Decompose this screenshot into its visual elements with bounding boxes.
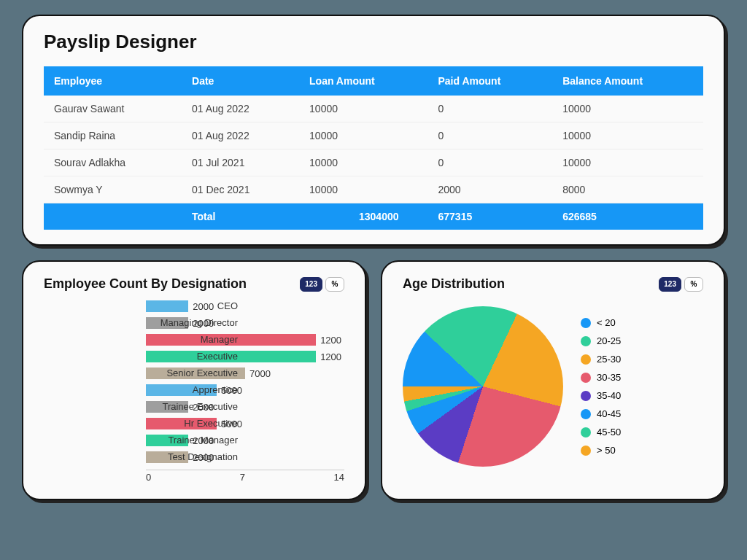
age-distribution-card: Age Distribution 123 % < 2020-2525-3030-… — [381, 260, 725, 500]
cell-date: 01 Aug 2022 — [182, 122, 299, 149]
pie-chart-title: Age Distribution — [403, 276, 505, 292]
pie-toggle-group: 123 % — [659, 277, 703, 292]
th-loan: Loan Amount — [299, 66, 427, 96]
pie-percent-toggle[interactable]: % — [684, 277, 703, 292]
bar-row: Trainer Manager2000 — [146, 433, 344, 448]
th-paid: Paid Amount — [428, 66, 553, 96]
legend-label: 20-25 — [597, 335, 621, 346]
bar-toggle-group: 123 % — [300, 277, 344, 292]
legend-item: 30-35 — [581, 372, 621, 383]
cell-paid: 0 — [428, 96, 553, 122]
legend-label: 35-40 — [597, 390, 621, 401]
cell-paid: 2000 — [428, 176, 553, 203]
total-loan: 1304000 — [299, 203, 427, 230]
bar-value-label: 1200 — [320, 335, 341, 346]
legend-label: 45-50 — [597, 427, 621, 438]
total-paid: 677315 — [428, 203, 553, 230]
legend-swatch — [581, 391, 591, 401]
bar-category-label: Executive — [146, 349, 242, 364]
bar-chart: CEO2000Managing Director2000Manager1200E… — [44, 299, 344, 484]
cell-employee: Sandip Raina — [44, 122, 182, 149]
table-row: Sourav Adlakha01 Jul 202110000010000 — [44, 149, 703, 176]
legend-swatch — [581, 373, 591, 383]
bar-row: Senior Executive7000 — [146, 366, 344, 381]
cell-loan: 10000 — [299, 96, 427, 122]
legend-item: 40-45 — [581, 408, 621, 419]
cell-paid: 0 — [428, 122, 553, 149]
cell-balance: 10000 — [552, 122, 703, 149]
cell-employee: Sourav Adlakha — [44, 149, 182, 176]
pie-chart — [403, 306, 563, 467]
legend-swatch — [581, 427, 591, 438]
bar-row: CEO2000 — [146, 299, 344, 314]
th-date: Date — [182, 66, 299, 96]
bar-category-label: Managing Director — [146, 316, 242, 330]
cell-loan: 10000 — [299, 149, 427, 176]
table-row: Sandip Raina01 Aug 202210000010000 — [44, 122, 703, 149]
cell-employee: Gaurav Sawant — [44, 96, 182, 122]
bar-category-label: Senior Executive — [146, 366, 242, 381]
total-balance: 626685 — [552, 203, 703, 230]
bar-row: Apprentice5000 — [146, 383, 344, 397]
bar-row: Test Designation2000 — [146, 450, 344, 464]
cell-employee: Sowmya Y — [44, 176, 182, 203]
loan-table: Employee Date Loan Amount Paid Amount Ba… — [44, 66, 703, 230]
bar-percent-toggle[interactable]: % — [325, 277, 344, 292]
bar-x-axis: 0 7 14 — [146, 470, 344, 484]
bar-value-label: 7000 — [249, 368, 271, 379]
cell-balance: 10000 — [552, 96, 703, 122]
legend-swatch — [581, 318, 591, 328]
bar-category-label: Test Designation — [146, 450, 242, 464]
legend-item: 35-40 — [581, 390, 621, 401]
bar-row: Managing Director2000 — [146, 316, 344, 330]
legend-swatch — [581, 336, 591, 346]
legend-label: 30-35 — [597, 372, 621, 383]
cell-date: 01 Dec 2021 — [182, 176, 299, 203]
table-total-row: Total 1304000 677315 626685 — [44, 203, 703, 230]
bar-row: Trainee Executive2000 — [146, 400, 344, 414]
bar-row: Manager1200 — [146, 332, 344, 347]
x-tick: 7 — [240, 472, 245, 484]
cell-loan: 10000 — [299, 122, 427, 149]
legend-item: 45-50 — [581, 427, 621, 438]
cell-loan: 10000 — [299, 176, 427, 203]
bar-value-label: 1200 — [320, 351, 341, 362]
x-tick: 14 — [334, 472, 344, 484]
legend-item: 25-30 — [581, 354, 621, 365]
table-row: Sowmya Y01 Dec 20211000020008000 — [44, 176, 703, 203]
total-label: Total — [182, 203, 299, 230]
bar-category-label: Trainee Executive — [146, 400, 242, 414]
legend-swatch — [581, 409, 591, 419]
bar-count-toggle[interactable]: 123 — [300, 277, 322, 292]
bar-chart-title: Employee Count By Designation — [44, 276, 247, 292]
cell-date: 01 Aug 2022 — [182, 96, 299, 122]
bar-category-label: Apprentice — [146, 383, 242, 397]
legend-label: 25-30 — [597, 354, 621, 365]
bar-category-label: Manager — [146, 332, 242, 347]
table-row: Gaurav Sawant01 Aug 202210000010000 — [44, 96, 703, 122]
bar-row: Executive1200 — [146, 349, 344, 364]
legend-item: < 20 — [581, 317, 621, 328]
legend-label: 40-45 — [597, 408, 621, 419]
bar-row: Hr Executive5000 — [146, 416, 344, 431]
legend-swatch — [581, 354, 591, 365]
table-header-row: Employee Date Loan Amount Paid Amount Ba… — [44, 66, 703, 96]
bar-category-label: Hr Executive — [146, 416, 242, 431]
cell-date: 01 Jul 2021 — [182, 149, 299, 176]
bar-category-label: Trainer Manager — [146, 433, 242, 448]
bar-category-label: CEO — [146, 299, 242, 314]
x-tick: 0 — [146, 472, 151, 484]
legend-swatch — [581, 446, 591, 456]
cell-paid: 0 — [428, 149, 553, 176]
th-employee: Employee — [44, 66, 182, 96]
page-title: Payslip Designer — [44, 31, 703, 53]
payslip-designer-card: Payslip Designer Employee Date Loan Amou… — [22, 15, 725, 246]
pie-count-toggle[interactable]: 123 — [659, 277, 681, 292]
legend-item: 20-25 — [581, 335, 621, 346]
pie-legend: < 2020-2525-3030-3535-4040-4545-50> 50 — [581, 317, 621, 456]
employee-count-card: Employee Count By Designation 123 % CEO2… — [22, 260, 366, 500]
legend-label: < 20 — [597, 317, 616, 328]
cell-balance: 8000 — [552, 176, 703, 203]
th-balance: Balance Amount — [552, 66, 703, 96]
cell-balance: 10000 — [552, 149, 703, 176]
